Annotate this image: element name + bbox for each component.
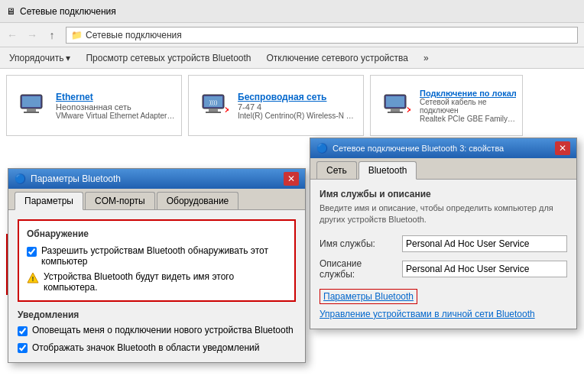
dialog-bt-params-titlebar: 🔵 Параметры Bluetooth ✕ [8, 169, 305, 189]
bt-params-title-icon: 🔵 [15, 173, 26, 184]
manage-bt-devices-link[interactable]: Управление устройствами в личной сети Bl… [320, 309, 567, 319]
bt-params-link[interactable]: Параметры Bluetooth [320, 289, 417, 304]
svg-rect-3 [22, 96, 41, 107]
bt-params-title-text: Параметры Bluetooth [31, 173, 121, 184]
service-desc-label: Описание службы: [320, 258, 396, 280]
tab-network[interactable]: Сеть [316, 161, 357, 179]
props-tabs: Сеть Bluetooth [310, 158, 576, 179]
menu-bar: Упорядочить ▾ Просмотр сетевых устройств… [0, 47, 584, 69]
ethernet-name: Ethernet [56, 92, 175, 102]
wireless-icon: )))) ✕ [195, 87, 232, 124]
svg-text:!: ! [32, 275, 34, 283]
wireless-adapter: Intel(R) Centrino(R) Wireless-N 130 [238, 112, 357, 120]
lan-name: Подключение по локальной сети [420, 89, 516, 98]
back-button[interactable]: ← [3, 26, 21, 44]
up-button[interactable]: ↑ [43, 26, 61, 44]
service-name-label: Имя службы: [320, 238, 396, 249]
discovery-section: Обнаружение Разрешить устройствам Blueto… [18, 219, 296, 302]
title-bar-icon: 🖥 [6, 6, 15, 17]
forward-button[interactable]: → [23, 26, 41, 44]
svg-text:)))): )))) [209, 99, 218, 105]
main-content: Ethernet Неопознанная сеть VMware Virtua… [0, 69, 584, 392]
dialog-bt-props-titlebar: 🔵 Сетевое подключение Bluetooth 3: свойс… [310, 138, 576, 158]
ethernet-adapter: VMware Virtual Ethernet Adapter ... [56, 112, 175, 120]
menu-disconnect[interactable]: Отключение сетевого устройства [261, 50, 414, 66]
discovery-label: Разрешить устройствам Bluetooth обнаружи… [41, 245, 287, 267]
service-name-input[interactable] [402, 235, 567, 252]
service-name-title: Имя службы и описание [320, 189, 567, 199]
tab-bluetooth[interactable]: Bluetooth [359, 161, 417, 180]
dialog-bt-props-close[interactable]: ✕ [555, 141, 570, 155]
address-text: Сетевые подключения [86, 30, 182, 40]
service-desc-row: Описание службы: [320, 258, 567, 280]
notifications-title: Уведомления [18, 309, 296, 320]
menu-organize[interactable]: Упорядочить ▾ [3, 50, 76, 66]
network-card-lan[interactable]: ✕ Подключение по локальной сети Сетевой … [370, 75, 523, 136]
ethernet-info: Ethernet Неопознанная сеть VMware Virtua… [56, 92, 175, 120]
wireless-status: 7-47 4 [238, 102, 357, 112]
dialog-bt-params-title-left: 🔵 Параметры Bluetooth [15, 173, 121, 184]
warning-text: Устройства Bluetooth будут видеть имя эт… [44, 271, 287, 293]
tab-params[interactable]: Параметры [15, 192, 83, 210]
show-bt-icon-checkbox[interactable] [18, 343, 28, 353]
menu-bt-devices-label: Просмотр сетевых устройств Bluetooth [86, 53, 251, 63]
toolbar: ← → ↑ 📁 Сетевые подключения [0, 23, 584, 47]
wireless-name: Беспроводная сеть [238, 92, 357, 102]
network-card-ethernet[interactable]: Ethernet Неопознанная сеть VMware Virtua… [6, 75, 182, 136]
menu-bt-devices[interactable]: Просмотр сетевых устройств Bluetooth [79, 50, 257, 66]
svg-rect-5 [209, 109, 218, 112]
svg-rect-12 [388, 112, 403, 113]
ethernet-status: Неопознанная сеть [56, 102, 175, 112]
menu-more[interactable]: » [417, 50, 435, 66]
notifications-checkbox-row: Оповещать меня о подключении нового устр… [18, 325, 296, 336]
svg-text:✕: ✕ [406, 105, 410, 115]
svg-rect-6 [206, 112, 221, 113]
menu-organize-arrow: ▾ [66, 53, 70, 63]
dialog-bt-params: 🔵 Параметры Bluetooth ✕ Параметры COM-по… [8, 168, 306, 363]
discovery-checkbox-row: Разрешить устройствам Bluetooth обнаружи… [27, 245, 287, 267]
menu-more-label: » [423, 53, 429, 63]
lan-status: Сетевой кабель не подключен [420, 98, 516, 115]
bottom-checkbox-row: Отображать значок Bluetooth в области ув… [18, 342, 296, 353]
props-links: Параметры Bluetooth Управление устройств… [320, 289, 567, 319]
notifications-checkbox[interactable] [18, 326, 28, 336]
svg-rect-11 [391, 109, 400, 112]
address-bar[interactable]: 📁 Сетевые подключения [66, 27, 578, 44]
title-bar: 🖥 Сетевые подключения [0, 0, 584, 23]
notifications-section: Уведомления Оповещать меня о подключении… [18, 309, 296, 336]
discovery-title: Обнаружение [27, 228, 287, 239]
svg-rect-13 [386, 96, 404, 107]
bt-props-icon: 🔵 [316, 143, 328, 154]
props-content: Имя службы и описание Введите имя и опис… [310, 179, 576, 329]
dialog-bt-params-close[interactable]: ✕ [284, 172, 299, 186]
wireless-info: Беспроводная сеть 7-47 4 Intel(R) Centri… [238, 92, 357, 120]
address-icon: 📁 [71, 30, 83, 40]
menu-organize-label: Упорядочить [9, 53, 63, 63]
service-desc-input[interactable] [402, 261, 567, 277]
notifications-label: Оповещать меня о подключении нового устр… [32, 325, 294, 335]
dialog-bt-props: 🔵 Сетевое подключение Bluetooth 3: свойс… [310, 138, 577, 329]
show-bt-icon-label: Отображать значок Bluetooth в области ув… [32, 342, 259, 353]
tab-hardware[interactable]: Оборудование [157, 192, 239, 209]
discovery-checkbox[interactable] [27, 247, 37, 257]
dialog-bt-params-content: Обнаружение Разрешить устройствам Blueto… [8, 209, 305, 362]
warning-icon: ! [27, 272, 39, 284]
title-bar-text: Сетевые подключения [20, 6, 116, 17]
lan-adapter: Realtek PCIe GBE Family Controller [420, 115, 516, 123]
lan-icon: ✕ [377, 87, 414, 124]
warning-row: ! Устройства Bluetooth будут видеть имя … [27, 271, 287, 293]
menu-disconnect-label: Отключение сетевого устройства [267, 53, 408, 63]
lan-info: Подключение по локальной сети Сетевой ка… [420, 89, 516, 123]
service-description-text: Введите имя и описание, чтобы определить… [320, 202, 567, 226]
dialog-bt-params-tabs: Параметры COM-порты Оборудование [8, 189, 305, 209]
service-name-row: Имя службы: [320, 235, 567, 252]
tab-com-ports[interactable]: COM-порты [85, 192, 155, 209]
svg-rect-2 [24, 112, 39, 113]
bt-props-title: Сетевое подключение Bluetooth 3: свойств… [333, 144, 504, 153]
network-card-wireless[interactable]: )))) ✕ Беспроводная сеть 7-47 4 Intel(R)… [188, 75, 364, 136]
ethernet-icon [13, 87, 50, 124]
svg-text:✕: ✕ [224, 105, 229, 115]
dialog-bt-props-title-left: 🔵 Сетевое подключение Bluetooth 3: свойс… [316, 143, 504, 154]
svg-rect-1 [27, 109, 36, 112]
